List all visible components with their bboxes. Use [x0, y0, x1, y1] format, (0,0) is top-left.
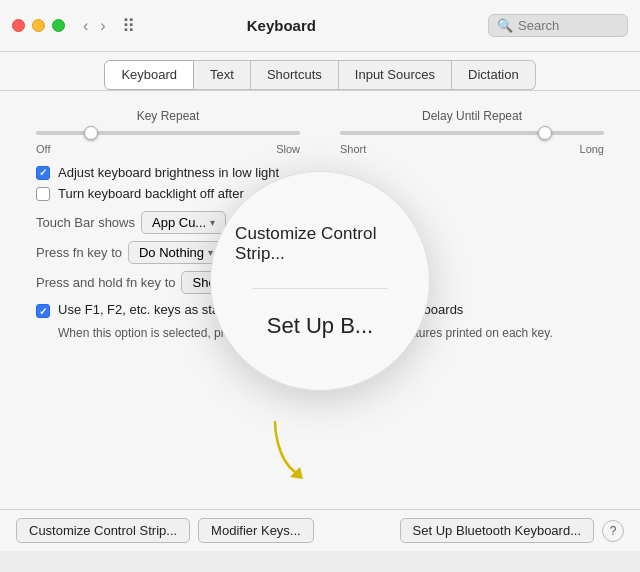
hold-fn-row: Press and hold fn key to Show F1, F2... … [36, 271, 604, 294]
key-repeat-thumb[interactable] [84, 126, 98, 140]
tabs-bar: Keyboard Text Shortcuts Input Sources Di… [0, 52, 640, 91]
search-icon: 🔍 [497, 18, 513, 33]
arrow-svg [235, 417, 315, 487]
function-keys-label: Use F1, F2, etc. keys as standard functi… [58, 302, 463, 317]
touch-bar-shows-popup[interactable]: App Cu... [141, 211, 226, 234]
tab-input-sources[interactable]: Input Sources [339, 60, 452, 90]
delay-repeat-label: Delay Until Repeat [340, 109, 604, 123]
bottom-bar: Customize Control Strip... Modifier Keys… [0, 509, 640, 551]
delay-repeat-thumb[interactable] [538, 126, 552, 140]
delay-repeat-right: Long [580, 143, 604, 155]
fullscreen-button[interactable] [52, 19, 65, 32]
function-keys-checkbox[interactable] [36, 304, 50, 318]
close-button[interactable] [12, 19, 25, 32]
tab-dictation[interactable]: Dictation [452, 60, 536, 90]
help-button[interactable]: ? [602, 520, 624, 542]
delay-repeat-group: Delay Until Repeat Short Long [340, 109, 604, 155]
function-keys-description: When this option is selected, press the … [58, 324, 604, 342]
search-bar[interactable]: 🔍 [488, 14, 628, 37]
hold-fn-popup[interactable]: Show F1, F2... [181, 271, 297, 294]
key-repeat-right: Slow [276, 143, 300, 155]
search-input[interactable] [518, 18, 619, 33]
hold-fn-label: Press and hold fn key to [36, 275, 175, 290]
customize-control-strip-button[interactable]: Customize Control Strip... [16, 518, 190, 543]
delay-repeat-track[interactable] [340, 131, 604, 135]
touch-bar-shows-suffix: ntrol Strip [232, 215, 288, 230]
hold-fn-checkbox[interactable]: ✓ [303, 276, 317, 290]
sliders-row: Key Repeat Off Slow Delay Until Repeat S… [36, 109, 604, 155]
bottom-right: Set Up Bluetooth Keyboard... ? [400, 518, 624, 543]
main-content: Key Repeat Off Slow Delay Until Repeat S… [0, 91, 640, 551]
arrow-indicator [235, 417, 315, 491]
touch-bar-shows-row: Touch Bar shows App Cu... ntrol Strip [36, 211, 604, 234]
touch-bar-shows-label: Touch Bar shows [36, 215, 135, 230]
key-repeat-track[interactable] [36, 131, 300, 135]
key-repeat-label: Key Repeat [36, 109, 300, 123]
adjust-brightness-checkbox[interactable] [36, 166, 50, 180]
turn-backlight-row: Turn keyboard backlight off after [36, 186, 604, 201]
turn-backlight-label: Turn keyboard backlight off after [58, 186, 244, 201]
key-repeat-range: Off Slow [36, 143, 300, 155]
key-repeat-left: Off [36, 143, 50, 155]
modifier-keys-button[interactable]: Modifier Keys... [198, 518, 314, 543]
delay-repeat-range: Short Long [340, 143, 604, 155]
bottom-left-buttons: Customize Control Strip... Modifier Keys… [16, 518, 314, 543]
svg-marker-0 [290, 467, 303, 479]
press-fn-popup[interactable]: Do Nothing [128, 241, 224, 264]
minimize-button[interactable] [32, 19, 45, 32]
press-fn-label: Press fn key to [36, 245, 122, 260]
function-keys-row: Use F1, F2, etc. keys as standard functi… [36, 302, 604, 318]
tab-text[interactable]: Text [194, 60, 251, 90]
adjust-brightness-row: Adjust keyboard brightness in low light [36, 165, 604, 180]
traffic-lights [12, 19, 65, 32]
bluetooth-setup-button[interactable]: Set Up Bluetooth Keyboard... [400, 518, 594, 543]
key-repeat-group: Key Repeat Off Slow [36, 109, 300, 155]
tab-keyboard[interactable]: Keyboard [104, 60, 194, 90]
delay-repeat-left: Short [340, 143, 366, 155]
turn-backlight-checkbox[interactable] [36, 187, 50, 201]
window-title: Keyboard [75, 17, 488, 34]
press-fn-row: Press fn key to Do Nothing [36, 241, 604, 264]
title-bar: ‹ › ⠿ Keyboard 🔍 [0, 0, 640, 52]
adjust-brightness-label: Adjust keyboard brightness in low light [58, 165, 279, 180]
tab-shortcuts[interactable]: Shortcuts [251, 60, 339, 90]
